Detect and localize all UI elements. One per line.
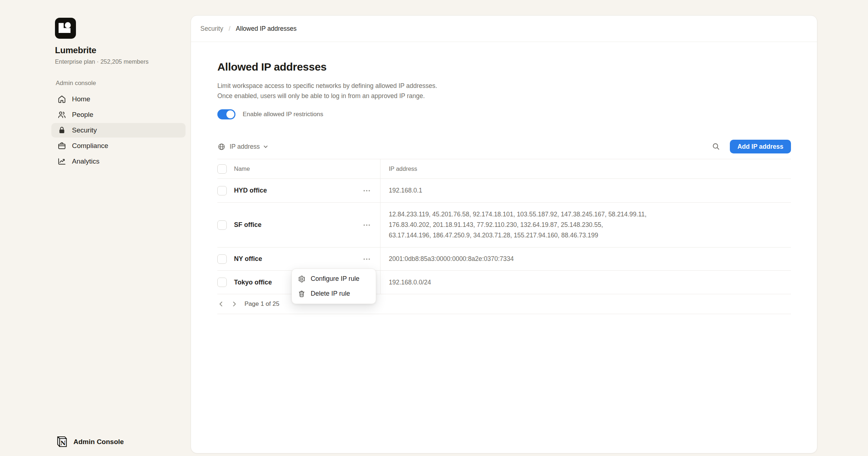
sidebar-item-people[interactable]: People [51,107,186,122]
workspace-logo-icon [55,18,76,39]
row-name: Tokyo office [234,279,272,286]
page-indicator: Page 1 of 25 [244,300,279,308]
page-description: Limit workspace access to specific netwo… [217,81,791,101]
menu-item-label: Configure IP rule [311,275,359,283]
row-actions-context-menu: Configure IP rule Delete IP rule [292,269,376,304]
row-name: NY office [234,255,262,263]
table-row: SF office 12.84.233.119, 45.201.76.58, 9… [217,203,791,248]
row-name: HYD office [234,187,267,194]
row-checkbox[interactable] [217,278,227,287]
menu-item-label: Delete IP rule [311,290,350,297]
chevron-left-icon[interactable] [217,300,225,308]
row-actions-ellipsis-icon[interactable] [361,220,372,231]
breadcrumb-parent-link[interactable]: Security [200,25,223,33]
add-ip-address-button[interactable]: Add IP address [730,140,791,153]
column-header-ip: IP address [380,159,791,178]
sidebar-item-label: Compliance [72,142,108,150]
filter-label: IP address [230,143,260,151]
sidebar-item-label: Security [72,126,97,134]
ip-address-filter-dropdown[interactable]: IP address [217,143,269,151]
row-ip-value: 192.168.0.0/24 [380,271,791,294]
chevron-down-icon [263,144,269,150]
table-row: NY office 2001:0db8:85a3:0000:0000:8a2e:… [217,248,791,271]
sidebar-item-label: Home [72,95,90,103]
page-content: Allowed IP addresses Limit workspace acc… [191,61,817,314]
ip-restrictions-toggle-row: Enable allowed IP restrictions [217,109,791,119]
nav-section-label: Admin console [56,80,191,87]
lock-icon [57,126,67,135]
chart-icon [57,157,67,166]
row-ip-value: 12.84.233.119, 45.201.76.58, 92.174.18.1… [380,203,791,247]
breadcrumb-current: Allowed IP addresses [236,25,297,33]
row-actions-ellipsis-icon[interactable] [361,185,372,196]
row-actions-ellipsis-icon[interactable] [361,254,372,265]
sidebar-item-security[interactable]: Security [51,123,186,138]
breadcrumb-separator: / [229,25,230,33]
table-row: HYD office 192.168.0.1 [217,179,791,203]
workspace-name: Lumebrite [55,45,191,55]
row-ip-value: 2001:0db8:85a3:0000:0000:8a2e:0370:7334 [380,248,791,270]
page-title: Allowed IP addresses [217,61,791,73]
sidebar-item-compliance[interactable]: Compliance [51,139,186,153]
admin-console-brand: N Admin Console [55,435,124,449]
row-checkbox[interactable] [217,220,227,230]
menu-item-delete-ip-rule[interactable]: Delete IP rule [292,286,376,301]
main-panel: Security / Allowed IP addresses Allowed … [191,15,817,453]
column-header-name: Name [234,165,250,172]
row-ip-value: 192.168.0.1 [380,179,791,202]
table-header-row: Name IP address [217,159,791,179]
sidebar-nav: Home People Security Complian [51,92,186,169]
people-icon [57,110,67,119]
breadcrumb: Security / Allowed IP addresses [191,16,817,42]
home-icon [57,94,67,104]
chevron-right-icon[interactable] [231,300,238,308]
sidebar-item-label: People [72,111,93,119]
row-checkbox[interactable] [217,186,227,195]
briefcase-icon [57,141,67,151]
sidebar-item-label: Analytics [72,157,99,165]
search-icon[interactable] [712,142,720,151]
ip-restrictions-toggle[interactable] [217,109,235,119]
trash-icon [298,290,306,298]
table-toolbar: IP address Add IP address [217,140,791,153]
svg-text:N: N [60,440,66,447]
notion-cube-icon: N [55,435,68,449]
toggle-knob [226,110,234,118]
menu-item-configure-ip-rule[interactable]: Configure IP rule [292,271,376,286]
select-all-checkbox[interactable] [217,164,227,174]
admin-console-label: Admin Console [73,438,124,446]
toolbar-right: Add IP address [712,140,791,153]
toggle-label: Enable allowed IP restrictions [243,111,323,118]
row-checkbox[interactable] [217,254,227,264]
row-name: SF office [234,221,261,229]
sidebar-item-analytics[interactable]: Analytics [51,154,186,169]
sidebar-item-home[interactable]: Home [51,92,186,106]
gear-icon [298,275,306,283]
workspace-plan-info: Enterprise plan · 252,205 members [55,58,191,65]
globe-icon [217,143,226,151]
sidebar: Lumebrite Enterprise plan · 252,205 memb… [0,0,191,456]
